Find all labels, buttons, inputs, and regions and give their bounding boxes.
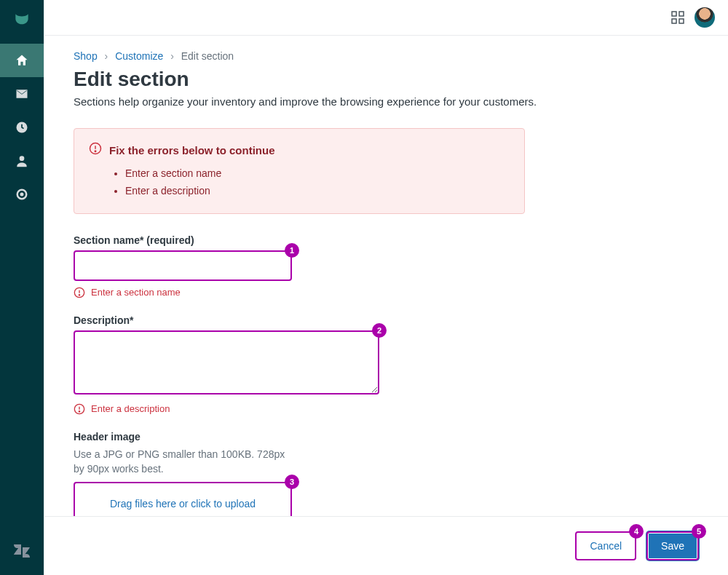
svg-point-1 bbox=[20, 156, 25, 161]
brand-logo-icon bbox=[12, 12, 31, 31]
alert-error-icon bbox=[89, 142, 102, 158]
zendesk-logo-icon bbox=[12, 542, 31, 563]
sidebar-item-user[interactable] bbox=[0, 144, 44, 178]
apps-grid-icon[interactable] bbox=[671, 11, 684, 24]
field-section-name: Section name* (required) 1 Enter a secti… bbox=[74, 234, 699, 298]
svg-point-8 bbox=[95, 151, 96, 152]
svg-rect-3 bbox=[679, 12, 684, 16]
content: Shop › Customize › Edit section Edit sec… bbox=[44, 36, 728, 516]
section-name-error: Enter a section name bbox=[74, 287, 699, 298]
header-image-hint: Use a JPG or PNG smaller than 100KB. 728… bbox=[74, 447, 292, 477]
field-description: Description* 2 Enter a description bbox=[74, 314, 699, 415]
footer: Cancel 4 Save 5 bbox=[44, 516, 728, 575]
sidebar bbox=[0, 0, 44, 575]
sidebar-item-home[interactable] bbox=[0, 44, 44, 77]
alert-item: Enter a section name bbox=[125, 165, 510, 183]
main-panel: Shop › Customize › Edit section Edit sec… bbox=[44, 0, 728, 575]
alert-title: Fix the errors below to continue bbox=[109, 144, 275, 156]
section-name-input[interactable] bbox=[74, 250, 292, 281]
svg-rect-2 bbox=[672, 12, 676, 16]
breadcrumb-shop[interactable]: Shop bbox=[74, 50, 98, 62]
annotation-badge: 5 bbox=[692, 524, 706, 539]
sidebar-item-history[interactable] bbox=[0, 111, 44, 144]
breadcrumb-customize[interactable]: Customize bbox=[115, 50, 163, 62]
svg-rect-4 bbox=[672, 19, 676, 23]
annotation-badge: 2 bbox=[372, 323, 387, 338]
page-subtitle: Sections help organize your inventory an… bbox=[74, 95, 699, 108]
cancel-button[interactable]: Cancel bbox=[575, 531, 636, 560]
field-header-image: Header image Use a JPG or PNG smaller th… bbox=[74, 431, 699, 516]
description-label: Description* bbox=[74, 314, 699, 326]
svg-rect-5 bbox=[679, 19, 684, 23]
svg-point-14 bbox=[79, 411, 79, 411]
section-name-label: Section name* (required) bbox=[74, 234, 699, 246]
header-image-label: Header image bbox=[74, 431, 699, 443]
topbar bbox=[44, 0, 728, 35]
annotation-badge: 4 bbox=[629, 524, 644, 539]
description-textarea[interactable] bbox=[74, 330, 379, 394]
chevron-right-icon: › bbox=[105, 50, 108, 62]
chevron-right-icon: › bbox=[170, 50, 174, 62]
error-alert: Fix the errors below to continue Enter a… bbox=[74, 128, 525, 214]
annotation-badge: 1 bbox=[285, 243, 299, 258]
header-image-upload[interactable]: Drag files here or click to upload bbox=[74, 482, 292, 516]
sidebar-item-mail[interactable] bbox=[0, 77, 44, 111]
page-title: Edit section bbox=[74, 68, 699, 91]
annotation-badge: 3 bbox=[285, 475, 299, 489]
svg-point-11 bbox=[79, 294, 79, 295]
avatar[interactable] bbox=[695, 7, 715, 28]
save-button[interactable]: Save bbox=[646, 531, 699, 560]
section-name-error-text: Enter a section name bbox=[91, 287, 181, 298]
breadcrumb: Shop › Customize › Edit section bbox=[74, 50, 699, 62]
sidebar-item-support[interactable] bbox=[0, 178, 44, 211]
upload-text: Drag files here or click to upload bbox=[110, 498, 256, 509]
alert-item: Enter a description bbox=[125, 183, 510, 200]
breadcrumb-current: Edit section bbox=[181, 50, 234, 62]
description-error-text: Enter a description bbox=[91, 403, 170, 414]
description-error: Enter a description bbox=[74, 403, 699, 415]
